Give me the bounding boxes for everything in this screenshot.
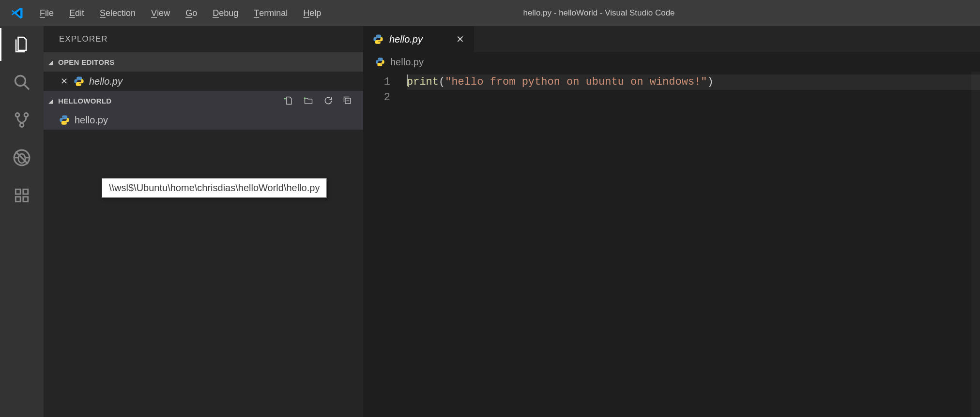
open-editor-row[interactable]: ✕ hello.py: [44, 72, 363, 91]
open-editor-filename: hello.py: [89, 76, 122, 87]
new-folder-icon[interactable]: [303, 96, 314, 105]
new-file-icon[interactable]: [284, 96, 293, 105]
menu-bar: File Edit Selection View Go Debug Termin…: [32, 0, 329, 26]
activity-bar: [0, 26, 44, 417]
svg-point-2: [15, 113, 19, 117]
menu-debug[interactable]: Debug: [205, 0, 246, 26]
menu-terminal[interactable]: Terminal: [246, 0, 295, 26]
close-icon[interactable]: ✕: [59, 76, 69, 87]
extensions-icon[interactable]: [10, 184, 33, 207]
chevron-down-icon: ◢: [47, 97, 54, 104]
svg-rect-13: [23, 189, 28, 194]
svg-rect-10: [15, 189, 20, 194]
svg-point-0: [15, 76, 26, 86]
gutter: 1 2: [363, 72, 407, 417]
open-editors-header[interactable]: ◢ OPEN EDITORS: [44, 52, 363, 72]
folder-header[interactable]: ◢ HELLOWORLD: [44, 91, 363, 110]
tab-title: hello.py: [389, 34, 423, 45]
line-number: 2: [363, 90, 390, 105]
code-line[interactable]: [407, 90, 980, 105]
tree-file-row[interactable]: hello.py: [44, 110, 363, 130]
python-icon: [74, 76, 84, 87]
refresh-icon[interactable]: [323, 96, 333, 105]
open-editors-label: OPEN EDITORS: [58, 58, 115, 66]
code-line[interactable]: print("hello from python on ubuntu on wi…: [407, 74, 980, 90]
menu-file[interactable]: File: [32, 0, 61, 26]
svg-rect-11: [15, 197, 20, 202]
source-control-icon[interactable]: [10, 108, 33, 132]
close-icon[interactable]: ✕: [456, 33, 464, 45]
tree-file-name: hello.py: [75, 115, 108, 126]
folder-label: HELLOWORLD: [58, 97, 111, 105]
breadcrumb[interactable]: hello.py: [363, 52, 980, 72]
search-icon[interactable]: [10, 71, 33, 94]
chevron-down-icon: ◢: [47, 59, 54, 66]
python-icon: [59, 115, 70, 125]
collapse-all-icon[interactable]: [343, 96, 352, 105]
python-icon: [375, 57, 385, 67]
code-editor[interactable]: 1 2 print("hello from python on ubuntu o…: [363, 72, 980, 417]
tab-bar: hello.py ✕: [363, 26, 980, 52]
title-bar: File Edit Selection View Go Debug Termin…: [0, 0, 980, 26]
menu-go[interactable]: Go: [178, 0, 205, 26]
sidebar-title: EXPLORER: [44, 26, 363, 52]
editor-area: hello.py ✕ hello.py 1 2 print("hello fro…: [363, 26, 980, 417]
workbench: EXPLORER ◢ OPEN EDITORS ✕ hello.py ◢ HEL…: [0, 26, 980, 417]
line-number: 1: [363, 74, 390, 90]
sidebar: EXPLORER ◢ OPEN EDITORS ✕ hello.py ◢ HEL…: [44, 26, 363, 417]
explorer-icon[interactable]: [10, 33, 33, 56]
svg-point-3: [24, 113, 28, 117]
menu-edit[interactable]: Edit: [61, 0, 92, 26]
svg-point-4: [20, 123, 24, 127]
editor-tab[interactable]: hello.py ✕: [363, 26, 475, 52]
path-tooltip: \\wsl$\Ubuntu\home\chrisdias\helloWorld\…: [102, 178, 327, 198]
svg-line-1: [24, 85, 29, 89]
menu-selection[interactable]: Selection: [92, 0, 143, 26]
svg-rect-12: [23, 197, 28, 202]
vertical-scrollbar[interactable]: [971, 72, 980, 417]
breadcrumb-file: hello.py: [390, 57, 424, 68]
python-icon: [373, 34, 383, 45]
vscode-logo-icon: [3, 6, 32, 20]
menu-help[interactable]: Help: [295, 0, 329, 26]
debug-icon[interactable]: [10, 146, 33, 169]
menu-view[interactable]: View: [143, 0, 178, 26]
